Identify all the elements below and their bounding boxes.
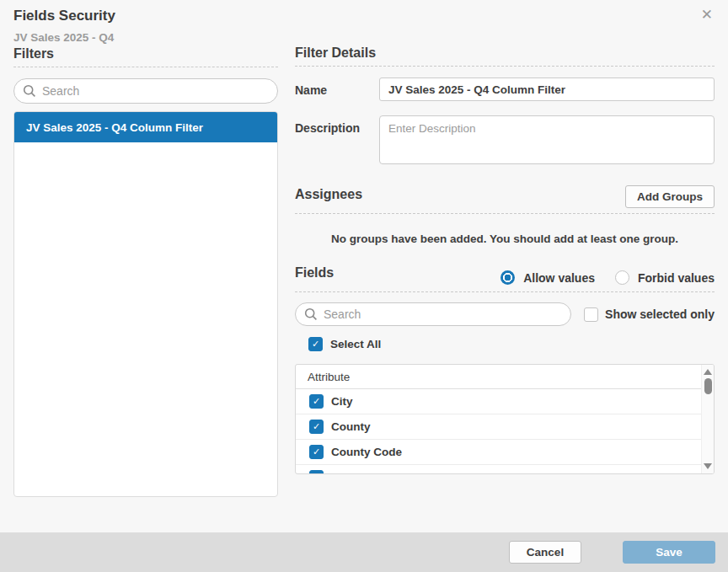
scrollbar-thumb[interactable] — [704, 378, 712, 394]
description-label: Description — [295, 121, 360, 135]
save-button[interactable]: Save — [623, 541, 715, 564]
attribute-row[interactable]: City — [296, 389, 714, 414]
search-icon — [304, 307, 318, 321]
filters-search[interactable] — [13, 78, 278, 104]
cancel-button[interactable]: Cancel — [509, 541, 581, 564]
scroll-down-icon[interactable] — [704, 463, 712, 469]
close-icon[interactable]: ✕ — [701, 7, 713, 24]
scroll-up-icon[interactable] — [704, 369, 712, 375]
dialog-footer: Cancel Save — [0, 532, 728, 572]
filters-panel: JV Sales 2025 - Q4 Filters JV Sales 2025… — [13, 31, 278, 497]
select-all-label: Select All — [330, 338, 381, 350]
dialog-title: Fields Security — [13, 8, 115, 24]
attribute-row[interactable]: Delivery method — [296, 465, 714, 474]
attributes-table: Attribute CityCountyCounty CodeDelivery … — [295, 364, 715, 474]
description-field[interactable] — [379, 115, 715, 164]
cube-subtitle: JV Sales 2025 - Q4 — [13, 31, 278, 44]
show-selected-checkbox[interactable] — [584, 307, 598, 322]
attribute-checkbox[interactable] — [309, 445, 324, 459]
fields-search[interactable] — [295, 302, 571, 326]
search-icon — [23, 84, 36, 98]
attribute-checkbox[interactable] — [309, 394, 324, 409]
assignees-heading: Assignees — [295, 187, 362, 207]
attribute-row[interactable]: County — [296, 414, 714, 440]
filter-details-panel: Filter Details Name Description Assignee… — [295, 45, 715, 474]
show-selected-only[interactable]: Show selected only — [584, 307, 715, 322]
values-mode-radios: Allow values Forbid values — [500, 270, 715, 285]
attribute-label: City — [331, 395, 353, 408]
attribute-label: County Code — [331, 446, 402, 458]
filter-list-item[interactable]: JV Sales 2025 - Q4 Column Filter — [14, 112, 277, 142]
allow-values-radio[interactable] — [500, 270, 515, 285]
show-selected-label: Show selected only — [605, 307, 715, 321]
attribute-checkbox[interactable] — [309, 420, 324, 434]
attribute-checkbox[interactable] — [309, 470, 324, 474]
filters-search-input[interactable] — [42, 84, 269, 98]
name-label: Name — [295, 83, 327, 97]
select-all-checkbox[interactable] — [308, 337, 323, 351]
allow-values-label: Allow values — [523, 271, 595, 285]
attribute-label: Delivery method — [331, 471, 420, 474]
forbid-values-radio[interactable] — [615, 270, 629, 285]
select-all[interactable]: Select All — [308, 337, 715, 351]
filter-details-heading: Filter Details — [295, 45, 715, 66]
table-scrollbar[interactable] — [701, 365, 714, 473]
attribute-column-header: Attribute — [296, 365, 714, 389]
name-field[interactable] — [379, 78, 715, 101]
filter-list: JV Sales 2025 - Q4 Column Filter — [13, 111, 278, 497]
add-groups-button[interactable]: Add Groups — [625, 185, 715, 208]
forbid-values-label: Forbid values — [638, 271, 715, 285]
filters-heading: Filters — [13, 46, 278, 67]
fields-search-input[interactable] — [324, 307, 562, 321]
attribute-label: County — [331, 420, 371, 433]
attribute-row[interactable]: County Code — [296, 440, 714, 465]
assignees-empty-message: No groups have been added. You should ad… — [295, 233, 715, 245]
fields-security-dialog: Fields Security ✕ JV Sales 2025 - Q4 Fil… — [0, 0, 728, 572]
fields-heading: Fields — [295, 265, 334, 286]
